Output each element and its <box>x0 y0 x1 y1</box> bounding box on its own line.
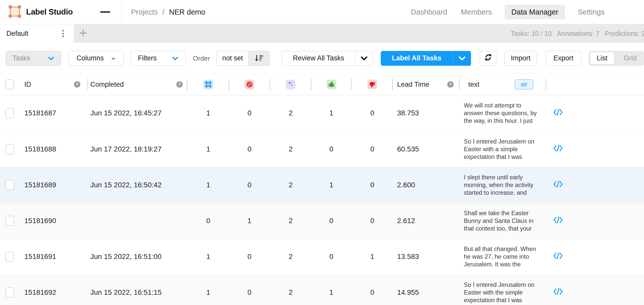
code-icon[interactable] <box>553 144 563 154</box>
code-icon[interactable] <box>553 216 563 225</box>
rejected-column-icon[interactable] <box>367 80 377 89</box>
review-all-tasks-label: Review All Tasks <box>293 54 344 62</box>
table-row[interactable]: 15181691 Jun 15 2022, 16:51:00 1 0 2 0 1… <box>0 238 644 274</box>
nav-settings[interactable]: Settings <box>577 5 606 19</box>
task-text: I slept there until early morning, when … <box>464 173 538 197</box>
completed-date: Jun 15 2022, 16:45:27 <box>90 109 162 117</box>
view-toggle-list[interactable]: List <box>590 52 614 65</box>
completed-date: Jun 15 2022, 16:51:15 <box>90 288 162 297</box>
accepted-value: 1 <box>316 288 347 297</box>
column-header-text[interactable]: text <box>468 81 479 89</box>
task-text: We will not attempt to answer these ques… <box>464 102 538 125</box>
predictions-column-icon[interactable] <box>286 80 296 89</box>
column-divider[interactable] <box>351 79 352 90</box>
label-studio-logo-icon <box>8 5 21 19</box>
row-checkbox[interactable] <box>5 180 14 190</box>
view-toggle-grid[interactable]: Grid <box>617 51 643 66</box>
order-value: not set <box>217 54 248 62</box>
row-checkbox[interactable] <box>5 144 14 154</box>
column-divider[interactable] <box>459 79 460 90</box>
task-text: Shall we take the Easter Bunny and Santa… <box>464 209 538 232</box>
lead-time-value: 38.753 <box>397 109 419 117</box>
task-id: 15181692 <box>24 288 56 297</box>
import-button[interactable]: Import <box>504 51 537 66</box>
column-header-completed[interactable]: Completed <box>90 81 124 89</box>
task-id: 15181687 <box>24 109 56 117</box>
tab-default-label: Default <box>6 30 28 38</box>
column-header-id[interactable]: ID <box>24 81 31 89</box>
chevron-down-icon[interactable] <box>453 51 471 66</box>
lead-time-value: 2.600 <box>397 181 415 189</box>
cancelled-value: 0 <box>234 109 265 117</box>
project-nav: Dashboard Members Data Manager Settings <box>410 5 606 19</box>
filters-dropdown-button[interactable]: Filters <box>130 51 186 66</box>
cancelled-annotations-column-icon[interactable] <box>245 80 254 89</box>
table-row[interactable]: 15181687 Jun 15 2022, 16:45:27 1 0 2 1 0… <box>0 95 644 131</box>
rejected-value: 0 <box>357 109 388 117</box>
hamburger-menu-icon[interactable] <box>100 10 110 14</box>
task-id: 15181690 <box>24 217 56 225</box>
label-all-tasks-button[interactable]: Label All Tasks <box>381 51 471 66</box>
tasks-dropdown-label: Tasks <box>13 54 30 62</box>
code-icon[interactable] <box>553 108 563 118</box>
breadcrumb-projects-link[interactable]: Projects <box>131 8 158 16</box>
breadcrumb-separator: / <box>162 8 165 16</box>
breadcrumb: Projects / NER demo <box>131 8 205 16</box>
nav-members[interactable]: Members <box>460 5 493 19</box>
view-mode-toggle: List Grid <box>589 51 644 66</box>
column-divider[interactable] <box>311 79 311 90</box>
accepted-column-icon[interactable] <box>326 80 336 89</box>
column-divider[interactable] <box>187 79 187 90</box>
sort-descending-icon[interactable] <box>248 51 269 66</box>
code-icon[interactable] <box>553 252 563 261</box>
lead-time-value: 60.535 <box>397 145 419 153</box>
tasks-dropdown-button[interactable]: Tasks <box>6 51 61 66</box>
table-row[interactable]: 15181692 Jun 15 2022, 16:51:15 1 0 2 1 0… <box>0 274 644 305</box>
rejected-value: 0 <box>357 145 388 153</box>
nav-dashboard[interactable]: Dashboard <box>410 5 448 19</box>
row-checkbox[interactable] <box>5 252 14 262</box>
top-app-bar: Label Studio Projects / NER demo Dashboa… <box>0 0 644 24</box>
help-icon: ? <box>447 81 454 88</box>
tab-options-kebab-icon[interactable] <box>62 29 64 38</box>
column-divider[interactable] <box>546 79 546 90</box>
predictions-value: 2 <box>275 253 306 261</box>
row-checkbox[interactable] <box>5 108 14 118</box>
task-text: So I entered Jerusalem on Easter with a … <box>464 138 538 161</box>
table-row[interactable]: 15181690 0 1 2 0 0 2.612 Shall we take t… <box>0 203 644 238</box>
predictions-value: 2 <box>275 288 306 297</box>
help-icon: ? <box>74 81 80 88</box>
row-checkbox[interactable] <box>5 216 14 226</box>
table-row[interactable]: 15181689 Jun 15 2022, 16:50:42 1 0 2 1 0… <box>0 167 644 203</box>
row-checkbox[interactable] <box>5 287 14 298</box>
export-button[interactable]: Export <box>546 51 581 66</box>
order-value-button[interactable]: not set <box>216 51 270 66</box>
column-divider[interactable] <box>270 79 270 90</box>
column-divider[interactable] <box>392 79 393 90</box>
refresh-button[interactable] <box>480 51 496 66</box>
column-divider[interactable] <box>229 79 229 90</box>
review-all-tasks-button[interactable]: Review All Tasks <box>282 51 373 66</box>
cancelled-value: 1 <box>234 217 265 225</box>
tab-default[interactable]: Default <box>0 24 74 43</box>
annotations-column-icon[interactable] <box>203 80 213 89</box>
help-icon: ? <box>176 81 183 88</box>
nav-data-manager[interactable]: Data Manager <box>505 5 565 19</box>
add-tab-icon[interactable] <box>79 29 87 38</box>
table-row[interactable]: 15181688 Jun 17 2022, 18:19:27 1 0 2 0 0… <box>0 131 644 167</box>
code-icon[interactable] <box>553 180 563 190</box>
chevron-down-icon[interactable] <box>355 51 373 66</box>
annotations-count: Annotations: 7 <box>557 30 599 38</box>
task-id: 15181688 <box>24 145 56 153</box>
task-text: So I entered Jerusalem on Easter with th… <box>464 281 538 304</box>
column-divider[interactable] <box>88 79 88 90</box>
task-table-body: 15181687 Jun 15 2022, 16:45:27 1 0 2 1 0… <box>0 95 644 305</box>
task-id: 15181689 <box>24 181 56 189</box>
code-icon[interactable] <box>553 288 563 297</box>
table-header: ID ? Completed ? <box>0 74 644 95</box>
columns-dropdown-button[interactable]: Columns <box>69 51 124 66</box>
select-all-checkbox[interactable] <box>5 79 14 90</box>
column-header-lead-time[interactable]: Lead Time <box>397 81 429 89</box>
annotations-value: 0 <box>193 217 224 225</box>
annotations-value: 1 <box>193 181 224 189</box>
